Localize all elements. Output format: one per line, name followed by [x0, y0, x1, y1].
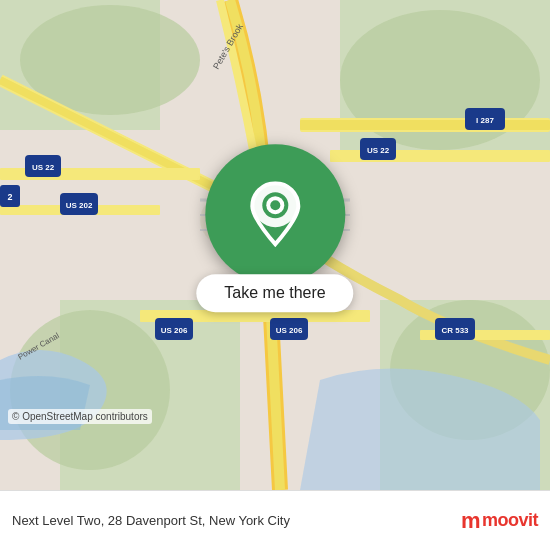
- svg-text:US 206: US 206: [276, 326, 303, 335]
- svg-text:I 287: I 287: [476, 116, 494, 125]
- pin-icon: [248, 181, 302, 247]
- footer: Next Level Two, 28 Davenport St, New Yor…: [0, 490, 550, 550]
- moovit-brand-name: moovit: [482, 510, 538, 531]
- moovit-logo: m moovit: [461, 508, 538, 534]
- svg-rect-10: [300, 120, 550, 130]
- location-circle: [205, 144, 345, 284]
- svg-text:US 22: US 22: [32, 163, 55, 172]
- svg-point-46: [270, 200, 280, 210]
- take-me-there-button[interactable]: Take me there: [196, 274, 353, 312]
- svg-text:CR 533: CR 533: [441, 326, 469, 335]
- svg-text:US 206: US 206: [161, 326, 188, 335]
- copyright-text: © OpenStreetMap contributors: [8, 409, 152, 424]
- cta-overlay: Take me there: [196, 144, 353, 312]
- location-label: Next Level Two, 28 Davenport St, New Yor…: [12, 513, 451, 528]
- svg-text:US 22: US 22: [367, 146, 390, 155]
- map-container: US 22 US 22 I 287 US 202 US 206 US 206 C…: [0, 0, 550, 490]
- svg-text:2: 2: [7, 192, 12, 202]
- moovit-m-letter: m: [461, 508, 480, 534]
- svg-text:US 202: US 202: [66, 201, 93, 210]
